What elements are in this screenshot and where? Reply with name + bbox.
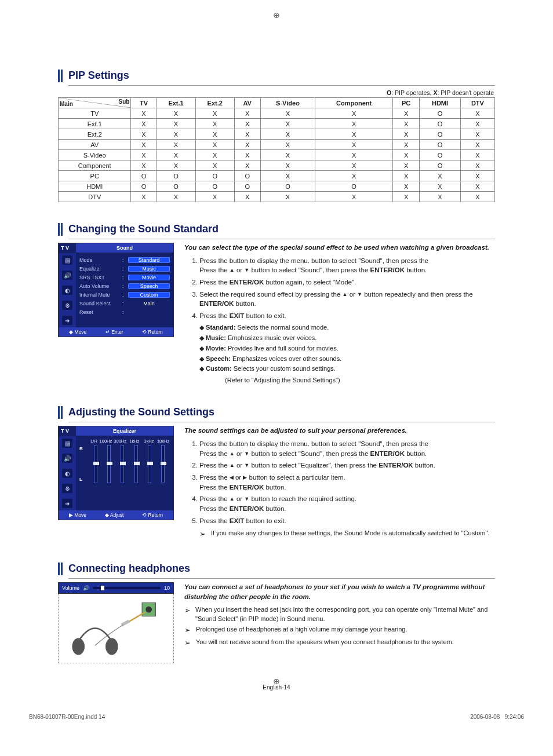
pip-cell: X [157, 160, 195, 171]
pip-cell: O [420, 150, 461, 160]
pip-row-header: Ext.2 [59, 129, 131, 140]
heading-accent [58, 70, 65, 86]
mode-item: ◆ Speech: Emphasizes voices over other s… [199, 355, 495, 364]
pip-cell: X [315, 171, 393, 181]
pip-row-header: TV [59, 108, 131, 119]
pip-cell: X [131, 192, 157, 202]
adjust-note: If you make any changes to these setting… [211, 529, 489, 540]
hp-note: ➢When you insert the head set jack into … [184, 605, 495, 624]
pip-cell: X [460, 192, 494, 202]
pip-row-header: PC [59, 171, 131, 181]
svg-point-7 [105, 638, 118, 655]
pip-cell: X [420, 192, 461, 202]
pip-cell: X [315, 160, 393, 171]
pip-col-header: TV [131, 98, 157, 108]
pip-cell: X [234, 192, 260, 202]
instruction-step: Press the button to display the menu. bu… [199, 256, 495, 275]
pip-row-header: AV [59, 140, 131, 150]
pip-cell: O [420, 140, 461, 150]
note-arrow-icon: ➢ [199, 529, 206, 540]
pip-cell: X [157, 140, 195, 150]
sound-intro: You can select the type of the special s… [184, 243, 495, 253]
pip-cell: X [392, 160, 419, 171]
instruction-step: Press the ENTER/OK button again, to sele… [199, 277, 495, 287]
pip-cell: X [460, 171, 494, 181]
svg-point-2 [145, 607, 152, 613]
pip-cell: X [234, 108, 260, 119]
pip-cell: X [157, 150, 195, 160]
speaker-icon: 🔊 [83, 585, 89, 591]
pip-cell: O [260, 181, 315, 192]
footer-date: 2006-08-08 [470, 714, 500, 720]
pip-cell: X [460, 181, 494, 192]
headphone-illustration: ∩ [58, 594, 174, 663]
pip-cell: O [420, 160, 461, 171]
picture-icon: ▤ [62, 439, 72, 448]
mode-item: ◆ Music: Emphasizes music over voices. [199, 334, 495, 343]
section-heading-sound: Changing the Sound Standard [68, 223, 495, 235]
footer-time: 9:24:06 [505, 714, 524, 720]
pip-cell: X [157, 192, 195, 202]
pip-cell: X [392, 108, 419, 119]
pip-cell: X [315, 150, 393, 160]
pip-cell: X [260, 129, 315, 140]
heading-accent [58, 406, 65, 422]
pip-cell: O [131, 181, 157, 192]
instruction-step: Press the EXIT button to exit. [199, 516, 495, 526]
hp-note: ➢You will not receive sound from the spe… [184, 638, 495, 649]
pip-cell: X [260, 150, 315, 160]
pip-cell: X [195, 108, 234, 119]
channel-icon: ◐ [62, 469, 72, 478]
pip-cell: X [392, 140, 419, 150]
pip-cell: X [195, 140, 234, 150]
setup-icon: ⚙ [62, 301, 72, 310]
sound-icon: 🔊 [62, 271, 72, 280]
pip-cell: X [315, 140, 393, 150]
heading-accent [58, 563, 65, 579]
pip-col-header: PC [392, 98, 419, 108]
pip-cell: X [392, 150, 419, 160]
instruction-step: Select the required sound effect by pres… [199, 290, 495, 309]
pip-table: Main Sub TVExt.1Ext.2AVS-VideoComponentP… [58, 97, 495, 202]
volume-bar: Volume 🔊 10 [58, 582, 174, 594]
pip-cell: X [131, 108, 157, 119]
pip-cell: X [315, 108, 393, 119]
pip-cell: X [392, 192, 419, 202]
pip-cell: O [420, 119, 461, 129]
pip-cell: X [420, 181, 461, 192]
pip-cell: O [234, 171, 260, 181]
section-heading-pip: PIP Settings [68, 70, 495, 82]
pip-cell: X [195, 150, 234, 160]
sound-icon: 🔊 [62, 454, 72, 463]
setup-icon: ⚙ [62, 484, 72, 493]
mode-item: ◆ Standard: Selects the normal sound mod… [199, 323, 495, 333]
svg-line-4 [128, 612, 145, 623]
pip-cell: X [460, 119, 494, 129]
pip-cell: X [195, 119, 234, 129]
pip-cell: X [315, 192, 393, 202]
pip-legend: O: PIP operates, X: PIP doesn't operate [58, 89, 494, 96]
svg-text:∩: ∩ [147, 600, 150, 601]
pip-cell: X [195, 129, 234, 140]
osd-sound: T V Sound ▤ 🔊 ◐ ⚙ ➜ Mode:StandardEqualiz… [58, 243, 174, 337]
pip-cell: O [131, 171, 157, 181]
pip-cell: X [234, 119, 260, 129]
pip-cell: X [131, 140, 157, 150]
pip-row-header: S-Video [59, 150, 131, 160]
pip-cell: X [460, 160, 494, 171]
pip-cell: X [195, 160, 234, 171]
pip-cell: X [260, 192, 315, 202]
pip-cell: X [131, 160, 157, 171]
pip-cell: O [420, 108, 461, 119]
pip-cell: X [460, 129, 494, 140]
section-heading-headphones: Connecting headphones [68, 563, 495, 575]
channel-icon: ◐ [62, 286, 72, 295]
pip-col-header: Ext.2 [195, 98, 234, 108]
pip-cell: X [260, 108, 315, 119]
hp-intro: You can connect a set of headphones to y… [184, 582, 495, 601]
pip-cell: X [260, 140, 315, 150]
pip-cell: X [131, 150, 157, 160]
input-icon: ➜ [62, 499, 72, 508]
pip-cell: X [392, 119, 419, 129]
pip-cell: X [234, 160, 260, 171]
